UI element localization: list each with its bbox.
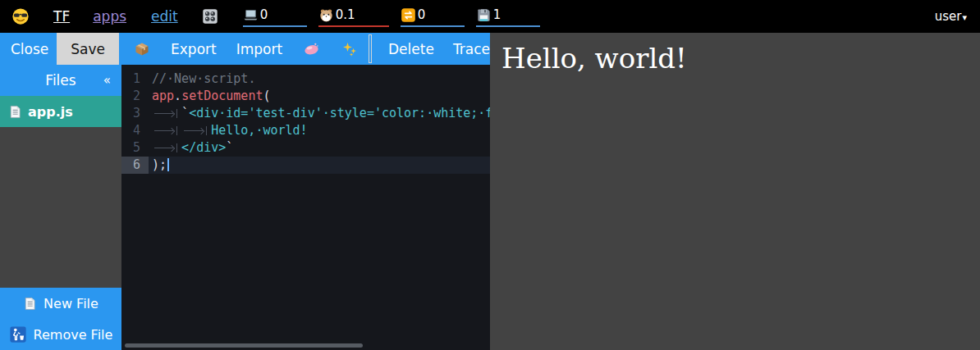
counter-value: 0 <box>260 7 268 22</box>
new-file-icon <box>23 296 37 311</box>
repeat-counter[interactable]: 0 <box>401 7 465 27</box>
sparkles-icon <box>341 41 358 57</box>
sidebar-actions: New FileRemove File <box>0 288 121 350</box>
delete-button[interactable]: Delete <box>388 33 434 65</box>
code-line-text[interactable]: `<div·id='test-div'·style='color:·white;… <box>149 105 490 122</box>
line-number: 5 <box>121 139 149 157</box>
floppy-disk-counter[interactable]: 1 <box>476 7 540 27</box>
code-area: 1//·New·script.2app.setDocument(3`<div·i… <box>121 65 490 174</box>
import-button[interactable]: Import <box>236 33 282 65</box>
code-line-text[interactable]: ); <box>149 157 490 174</box>
editor-toolbar: CloseSaveExportImportDeleteTrace <box>0 33 490 65</box>
code-line-text[interactable]: </div>` <box>149 139 490 157</box>
tab-whitespace-marker <box>152 122 181 139</box>
code-line: 3`<div·id='test-div'·style='color:·white… <box>121 105 490 122</box>
brand-link[interactable]: TF <box>53 8 70 25</box>
line-number: 3 <box>121 105 149 122</box>
code-editor[interactable]: 1//·New·script.2app.setDocument(3`<div·i… <box>121 65 490 350</box>
tab-whitespace-marker <box>152 105 181 122</box>
code-line: 1//·New·script. <box>121 70 490 88</box>
line-number: 1 <box>121 70 149 88</box>
code-line: 2app.setDocument( <box>121 88 490 105</box>
save-button[interactable]: Save <box>57 33 119 65</box>
hamster-icon <box>318 7 334 23</box>
counter-value: 1 <box>493 7 501 22</box>
sparkles-button[interactable] <box>341 33 358 65</box>
line-number: 2 <box>121 88 149 105</box>
line-number: 4 <box>121 122 149 139</box>
new-file-button[interactable]: New File <box>0 288 121 319</box>
line-number: 6 <box>121 157 149 174</box>
export-button[interactable]: Export <box>171 33 217 65</box>
top-bar: TF apps edit 00.101 user▾ <box>0 0 980 33</box>
file-item-app.js[interactable]: app.js <box>0 96 121 127</box>
chevron-down-icon: ▾ <box>962 12 967 23</box>
tab-whitespace-marker <box>152 139 181 157</box>
floppy-disk-icon <box>476 7 492 23</box>
file-list: app.js <box>0 96 121 127</box>
collapse-sidebar-button[interactable]: « <box>103 73 111 88</box>
laptop-icon <box>243 7 259 23</box>
user-menu-label: user <box>935 9 962 24</box>
user-menu[interactable]: user▾ <box>935 9 967 24</box>
litter-bin-icon <box>9 325 27 343</box>
tab-whitespace-marker <box>181 122 211 139</box>
code-line: 4Hello,·world! <box>121 122 490 139</box>
document-icon <box>8 104 22 120</box>
code-line-text[interactable]: //·New·script. <box>149 70 490 88</box>
preview-pane: Hello, world! <box>490 33 980 350</box>
file-name: app.js <box>28 104 73 120</box>
remove-file-button[interactable]: Remove File <box>0 319 121 350</box>
hamster-counter[interactable]: 0.1 <box>318 7 389 27</box>
preview-text: Hello, world! <box>490 33 980 75</box>
code-line: 6); <box>121 157 490 174</box>
edit-link[interactable]: edit <box>151 8 178 25</box>
repeat-icon <box>401 7 416 23</box>
action-label: New File <box>44 296 98 311</box>
counter-value: 0.1 <box>336 7 355 22</box>
horizontal-scrollbar[interactable] <box>125 343 363 348</box>
files-title: Files <box>45 72 76 89</box>
package-icon <box>134 41 150 57</box>
soap-icon <box>303 40 320 57</box>
sunglasses-face-icon[interactable] <box>11 7 30 25</box>
blank-button[interactable] <box>369 34 372 63</box>
action-label: Remove File <box>34 327 113 343</box>
apps-link[interactable]: apps <box>93 8 126 25</box>
text-cursor <box>167 158 169 171</box>
status-counters: 00.101 <box>243 7 552 27</box>
package-button[interactable] <box>134 33 150 65</box>
files-header: Files « <box>0 65 121 96</box>
counter-value: 0 <box>418 7 426 22</box>
trace-button[interactable]: Trace <box>453 33 490 65</box>
code-line-text[interactable]: Hello,·world! <box>149 122 490 139</box>
control-knobs-icon[interactable] <box>201 7 219 25</box>
files-sidebar: Files « app.js New FileRemove File <box>0 65 121 350</box>
soap-button[interactable] <box>303 33 320 65</box>
sidebar-spacer <box>0 127 121 288</box>
code-line-text[interactable]: app.setDocument( <box>149 88 490 105</box>
code-line: 5</div>` <box>121 139 490 157</box>
close-button[interactable]: Close <box>11 33 48 65</box>
app-window: TF apps edit 00.101 user▾ CloseSaveExpor… <box>0 0 980 350</box>
laptop-counter[interactable]: 0 <box>243 7 307 27</box>
